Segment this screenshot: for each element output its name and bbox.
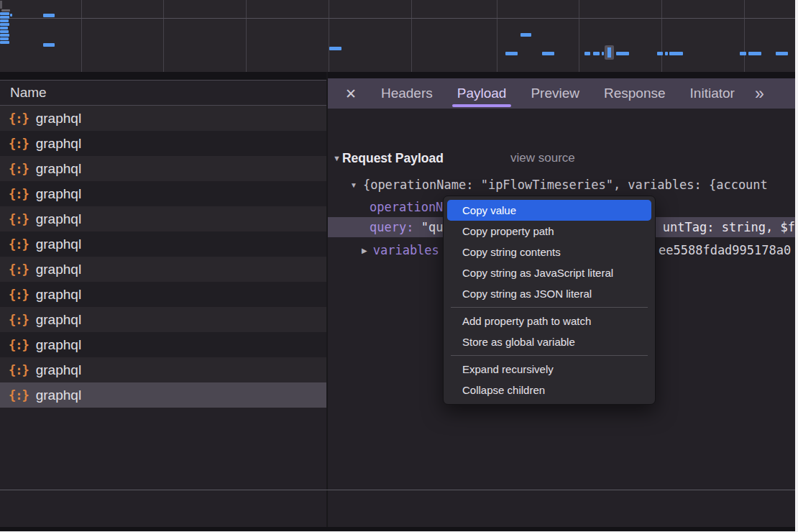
overview-request-bar xyxy=(0,27,8,29)
menu-item-expand-recursively[interactable]: Expand recursively xyxy=(447,359,651,380)
context-menu: Copy valueCopy property pathCopy string … xyxy=(443,196,656,405)
property-key: query: xyxy=(370,220,421,234)
footer-divider xyxy=(0,490,795,490)
request-name-label: graphql xyxy=(36,262,81,278)
menu-item-copy-property-path[interactable]: Copy property path xyxy=(447,221,651,242)
property-key: variables xyxy=(373,243,439,257)
network-overview-timeline[interactable] xyxy=(0,0,795,72)
menu-item-copy-string-as-json-literal[interactable]: Copy string as JSON literal xyxy=(447,283,651,304)
overview-selected-marker-bar xyxy=(607,47,611,58)
overview-request-bar xyxy=(505,52,518,55)
overview-request-bar xyxy=(665,52,668,55)
tab-headers[interactable]: Headers xyxy=(381,79,433,108)
overview-request-bar xyxy=(10,14,12,17)
name-column-label: Name xyxy=(10,85,47,101)
request-name-label: graphql xyxy=(36,362,81,378)
overview-request-bar xyxy=(657,52,663,55)
overview-request-bar xyxy=(616,52,629,55)
property-value-end: untTag: string, $f xyxy=(663,220,795,234)
network-request-row[interactable]: {:}graphql xyxy=(0,106,326,131)
overview-request-bar xyxy=(0,12,9,15)
overview-corner-tick xyxy=(0,1,2,9)
menu-item-copy-string-contents[interactable]: Copy string contents xyxy=(447,242,651,262)
tab-payload[interactable]: Payload xyxy=(457,79,507,108)
collapse-triangle-icon[interactable]: ▼ xyxy=(333,154,341,162)
overview-selected-marker xyxy=(605,45,614,60)
overview-request-bar xyxy=(0,34,9,37)
json-braces-icon: {:} xyxy=(9,338,29,352)
request-name-label: graphql xyxy=(36,211,81,227)
overview-request-bar xyxy=(593,52,600,55)
overview-request-bar xyxy=(542,52,554,55)
network-request-row[interactable]: {:}graphql xyxy=(0,131,326,156)
request-list-panel: Name {:}graphql{:}graphql{:}graphql{:}gr… xyxy=(0,80,326,527)
view-source-link[interactable]: view source xyxy=(510,151,575,165)
network-request-row[interactable]: {:}graphql xyxy=(0,206,326,231)
request-name-label: graphql xyxy=(36,186,81,202)
expand-triangle-icon[interactable]: ▶ xyxy=(362,247,367,254)
request-name-label: graphql xyxy=(36,237,81,252)
menu-item-copy-string-as-javascript-literal[interactable]: Copy string as JavaScript literal xyxy=(447,262,651,283)
window-bottom-edge xyxy=(0,527,795,531)
tab-response[interactable]: Response xyxy=(604,79,666,108)
network-request-row[interactable]: {:}graphql xyxy=(0,332,326,357)
json-braces-icon: {:} xyxy=(9,137,29,151)
menu-item-store-as-global-variable[interactable]: Store as global variable xyxy=(447,331,651,352)
overview-request-bar xyxy=(520,33,531,37)
payload-object-preview: {operationName: "ipFlowTimeseries", vari… xyxy=(363,178,768,192)
detail-tabbar: ✕ HeadersPayloadPreviewResponseInitiator… xyxy=(328,78,795,109)
network-request-row[interactable]: {:}graphql xyxy=(0,382,326,408)
menu-item-copy-value[interactable]: Copy value xyxy=(447,200,651,221)
selected-tab-underline xyxy=(452,104,512,107)
json-braces-icon: {:} xyxy=(9,388,29,403)
menu-item-collapse-children[interactable]: Collapse children xyxy=(447,380,651,400)
json-braces-icon: {:} xyxy=(9,313,29,327)
request-name-label: graphql xyxy=(36,136,81,152)
overview-gridline xyxy=(497,0,497,72)
network-request-row[interactable]: {:}graphql xyxy=(0,231,326,257)
network-request-row[interactable]: {:}graphql xyxy=(0,307,326,332)
overview-gridline xyxy=(579,0,579,72)
network-request-row[interactable]: {:}graphql xyxy=(0,282,326,307)
menu-separator xyxy=(451,307,648,308)
menu-item-add-property-path-to-watch[interactable]: Add property path to watch xyxy=(447,311,651,331)
overview-gridline xyxy=(661,0,662,72)
request-name-label: graphql xyxy=(36,312,81,328)
payload-root-row[interactable]: ▼ {operationName: "ipFlowTimeseries", va… xyxy=(328,175,795,194)
network-request-row[interactable]: {:}graphql xyxy=(0,181,326,206)
expand-triangle-icon[interactable]: ▼ xyxy=(350,181,357,189)
overview-request-bar xyxy=(0,23,9,26)
request-name-label: graphql xyxy=(36,287,81,303)
section-title: Request Payload xyxy=(342,151,444,166)
overview-request-bar xyxy=(740,52,746,55)
json-braces-icon: {:} xyxy=(9,162,29,176)
network-request-row[interactable]: {:}graphql xyxy=(0,357,326,382)
network-request-row[interactable]: {:}graphql xyxy=(0,156,326,181)
overview-request-bar xyxy=(43,14,55,17)
variables-preview-fragment: ee5588fdad995178a0 xyxy=(659,243,791,257)
overview-request-bar xyxy=(0,37,9,40)
request-name-label: graphql xyxy=(36,337,81,353)
overview-row-line xyxy=(0,18,795,19)
request-payload-section: ▼ Request Payload view source xyxy=(328,149,795,168)
json-braces-icon: {:} xyxy=(9,187,29,201)
overview-gray-bar xyxy=(1,9,10,12)
overview-request-bar xyxy=(43,43,55,47)
json-braces-icon: {:} xyxy=(9,288,29,302)
json-braces-icon: {:} xyxy=(9,212,29,226)
overview-request-bar xyxy=(329,47,341,50)
json-braces-icon: {:} xyxy=(9,262,29,277)
overview-gridline xyxy=(246,0,247,72)
name-column-header[interactable]: Name xyxy=(0,80,326,106)
overview-gridline xyxy=(163,0,164,72)
overview-request-bar xyxy=(776,52,788,55)
request-rows: {:}graphql{:}graphql{:}graphql{:}graphql… xyxy=(0,106,326,408)
tab-preview[interactable]: Preview xyxy=(531,79,579,108)
close-icon[interactable]: ✕ xyxy=(345,86,357,102)
devtools-network-panel: Name {:}graphql{:}graphql{:}graphql{:}gr… xyxy=(0,0,795,531)
tab-initiator[interactable]: Initiator xyxy=(690,79,735,108)
more-tabs-icon[interactable]: » xyxy=(755,84,764,104)
json-braces-icon: {:} xyxy=(9,363,29,377)
overview-request-bar xyxy=(669,52,683,55)
network-request-row[interactable]: {:}graphql xyxy=(0,257,326,282)
